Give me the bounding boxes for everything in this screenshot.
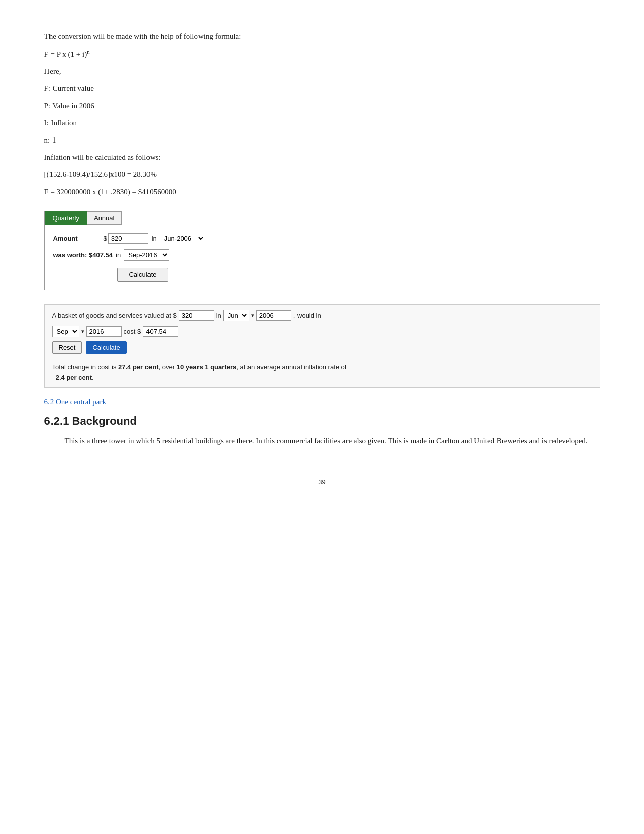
rba-row3: Reset Calculate [52, 341, 592, 354]
body-paragraph: This is a three tower in which 5 residen… [44, 435, 600, 448]
i-desc: I: Inflation [44, 117, 600, 129]
rba-divider [52, 358, 592, 358]
calc-worth-row: was worth: $407.54 in Sep-2016 [53, 249, 233, 261]
calc-amount-input[interactable] [108, 233, 148, 244]
in-label1: in [152, 235, 157, 242]
n-desc: n: 1 [44, 134, 600, 146]
section-link[interactable]: 6.2 One central park [44, 398, 600, 406]
f-desc: F: Current value [44, 82, 600, 95]
result-bold1: 27.4 per cent [118, 363, 159, 371]
rba-year-input[interactable] [256, 310, 291, 321]
formula1: F = P x (1 + i)n [44, 48, 600, 60]
p-desc: P: Value in 2006 [44, 100, 600, 112]
rba-month-select[interactable]: Jun [223, 310, 249, 321]
calc-body: Amount $ in Jun-2006 was worth: $407.54 … [45, 225, 241, 290]
inflation-calc: [(152.6-109.4)/152.6]x100 = 28.30% [44, 168, 600, 180]
f-result: F = 320000000 x (1+ .2830) = $410560000 [44, 186, 600, 198]
chevron-down-icon: ▾ [251, 312, 254, 319]
rba-row2: Sep ▾ cost $ [52, 326, 592, 337]
result-bold2: 10 years 1 quarters [177, 363, 237, 371]
calc-date-to-select[interactable]: Sep-2016 [124, 249, 169, 261]
calc-calculate-button[interactable]: Calculate [117, 268, 168, 282]
rba-reset-button[interactable]: Reset [52, 341, 82, 354]
rba-amount-input[interactable] [179, 310, 214, 321]
calculator-widget: Quarterly Annual Amount $ in Jun-2006 wa… [44, 211, 241, 290]
page-number: 39 [44, 478, 600, 486]
rba-month2-select[interactable]: Sep [52, 326, 79, 337]
calc-btn-row: Calculate [53, 268, 233, 282]
calc-date-from-select[interactable]: Jun-2006 [160, 233, 205, 244]
calc-amount-row: Amount $ in Jun-2006 [53, 233, 233, 244]
inflation-intro: Inflation will be calculated as follows: [44, 151, 600, 163]
in-label2: in [116, 251, 121, 259]
rba-result: Total change in cost is 27.4 per cent, o… [52, 362, 592, 382]
currency-symbol: $ [104, 235, 107, 242]
rba-calculate-button[interactable]: Calculate [86, 341, 126, 354]
here-label: Here, [44, 65, 600, 77]
chevron-down-icon2: ▾ [81, 328, 84, 335]
result-bold3: 2.4 per cent [56, 374, 92, 381]
intro-line1: The conversion will be made with the hel… [44, 30, 600, 42]
rba-text-before: A basket of goods and services valued at… [52, 312, 177, 319]
rba-cost-input[interactable] [143, 326, 178, 337]
rba-row1: A basket of goods and services valued at… [52, 310, 592, 321]
tab-annual[interactable]: Annual [86, 211, 122, 225]
worth-label: was worth: $407.54 [53, 251, 113, 259]
section-heading: 6.2.1 Background [44, 414, 600, 428]
rba-cost-label: cost $ [124, 328, 141, 335]
calc-tabs: Quarterly Annual [45, 211, 241, 225]
amount-label: Amount [53, 235, 104, 242]
rba-calculator-bar: A basket of goods and services valued at… [44, 304, 600, 388]
rba-year2-input[interactable] [86, 326, 122, 337]
rba-in-label: in [216, 312, 221, 319]
rba-text-after: , would in [293, 312, 321, 319]
page-content: The conversion will be made with the hel… [44, 30, 600, 486]
tab-quarterly[interactable]: Quarterly [45, 211, 87, 225]
